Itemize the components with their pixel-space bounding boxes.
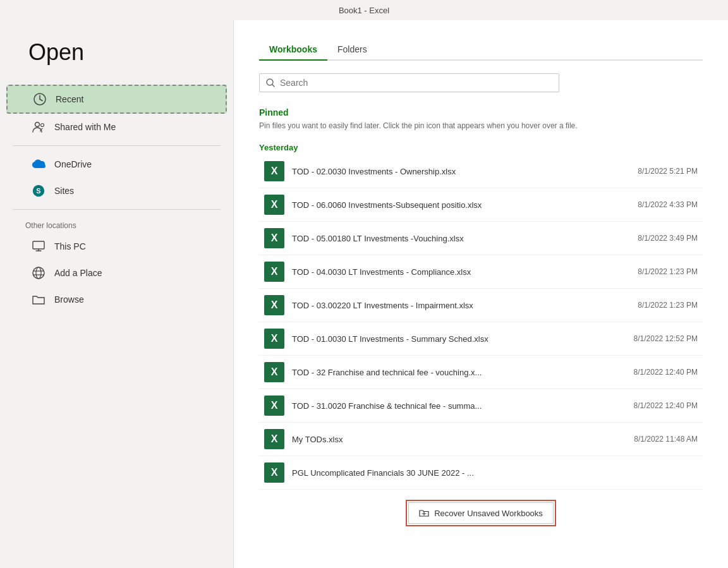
svg-point-11 <box>36 267 41 279</box>
main-content: Workbooks Folders Pinned Pin files you w… <box>234 20 728 568</box>
excel-file-icon-8 <box>264 429 284 449</box>
file-name-6: TOD - 32 Franchise and technical fee - v… <box>292 368 608 377</box>
file-item-2[interactable]: TOD - 05.00180 LT Investments -Vouching.… <box>259 222 703 255</box>
recover-folder-icon <box>419 508 429 518</box>
tabs-container: Workbooks Folders <box>259 39 703 61</box>
file-item-8[interactable]: My TODs.xlsx 8/1/2022 11:48 AM <box>259 423 703 456</box>
sidebar-item-shared[interactable]: Shared with Me <box>6 114 227 140</box>
file-date-2: 8/1/2022 3:49 PM <box>616 234 698 243</box>
excel-file-icon-3 <box>264 262 284 282</box>
sidebar-item-add-place[interactable]: Add a Place <box>6 260 227 286</box>
sidebar-item-this-pc[interactable]: This PC <box>6 233 227 260</box>
excel-file-icon-0 <box>264 161 284 181</box>
file-name-5: TOD - 01.0030 LT Investments - Summary S… <box>292 334 608 344</box>
excel-file-icon-9 <box>264 462 284 483</box>
svg-text:S: S <box>36 187 40 195</box>
date-group-yesterday: Yesterday <box>259 143 703 152</box>
divider-2 <box>13 209 221 210</box>
svg-line-2 <box>40 99 42 101</box>
sharepoint-icon: S <box>32 184 46 198</box>
file-date-7: 8/1/2022 12:40 PM <box>616 401 698 410</box>
svg-rect-7 <box>33 241 44 249</box>
file-name-8: My TODs.xlsx <box>292 435 608 444</box>
excel-file-icon-5 <box>264 329 284 349</box>
sidebar-item-onedrive[interactable]: OneDrive <box>6 151 227 178</box>
divider-1 <box>13 145 221 146</box>
title-bar: Book1 - Excel <box>0 0 728 20</box>
page-title: Open <box>0 33 233 85</box>
file-name-4: TOD - 03.00220 LT Investments - Impairme… <box>292 301 608 310</box>
file-date-1: 8/1/2022 4:33 PM <box>616 200 698 209</box>
folder-icon <box>32 293 46 306</box>
sidebar-item-browse-label: Browse <box>54 294 84 305</box>
recover-button-label: Recover Unsaved Workbooks <box>434 509 543 518</box>
globe-icon <box>32 266 46 280</box>
search-container <box>259 73 559 92</box>
pinned-header: Pinned <box>259 107 703 118</box>
file-date-5: 8/1/2022 12:52 PM <box>616 334 698 343</box>
sidebar-item-this-pc-label: This PC <box>54 241 86 251</box>
excel-file-icon-4 <box>264 295 284 315</box>
file-name-9: PGL Uncomplicated Financials 30 JUNE 202… <box>292 468 608 478</box>
other-locations-label: Other locations <box>0 215 233 233</box>
sidebar-item-recent-label: Recent <box>56 94 83 104</box>
search-input[interactable] <box>280 78 552 88</box>
sidebar: Open Recent Shared w <box>0 20 234 568</box>
search-icon <box>266 78 275 87</box>
recover-container: Recover Unsaved Workbooks <box>259 490 703 530</box>
file-name-0: TOD - 02.0030 Investments - Ownership.xl… <box>292 167 608 176</box>
svg-line-15 <box>272 85 274 87</box>
file-date-3: 8/1/2022 1:23 PM <box>616 267 698 276</box>
file-name-2: TOD - 05.00180 LT Investments -Vouching.… <box>292 234 608 243</box>
file-item-4[interactable]: TOD - 03.00220 LT Investments - Impairme… <box>259 289 703 322</box>
sidebar-item-onedrive-label: OneDrive <box>54 159 92 169</box>
file-item-7[interactable]: TOD - 31.0020 Franchise & technical fee … <box>259 389 703 423</box>
file-name-1: TOD - 06.0060 Investments-Subsequent pos… <box>292 200 608 210</box>
svg-point-10 <box>33 267 44 279</box>
app-container: Open Recent Shared w <box>0 20 728 568</box>
excel-file-icon-7 <box>264 396 284 416</box>
file-item-5[interactable]: TOD - 01.0030 LT Investments - Summary S… <box>259 322 703 356</box>
sidebar-item-sites[interactable]: S Sites <box>6 178 227 204</box>
excel-file-icon-6 <box>264 362 284 382</box>
file-date-0: 8/1/2022 5:21 PM <box>616 167 698 176</box>
file-date-8: 8/1/2022 11:48 AM <box>616 435 698 444</box>
file-item-6[interactable]: TOD - 32 Franchise and technical fee - v… <box>259 356 703 389</box>
file-item-3[interactable]: TOD - 04.0030 LT Investments - Complianc… <box>259 255 703 289</box>
recover-unsaved-button[interactable]: Recover Unsaved Workbooks <box>408 502 554 524</box>
sidebar-item-browse[interactable]: Browse <box>6 286 227 313</box>
sidebar-item-sites-label: Sites <box>54 186 74 196</box>
svg-point-14 <box>267 79 273 85</box>
file-name-3: TOD - 04.0030 LT Investments - Complianc… <box>292 267 608 277</box>
excel-file-icon-2 <box>264 228 284 248</box>
file-list: TOD - 02.0030 Investments - Ownership.xl… <box>259 155 703 490</box>
clock-icon <box>33 92 47 106</box>
sidebar-item-recent[interactable]: Recent <box>6 85 227 114</box>
file-date-4: 8/1/2022 1:23 PM <box>616 301 698 310</box>
file-item-0[interactable]: TOD - 02.0030 Investments - Ownership.xl… <box>259 155 703 188</box>
svg-point-3 <box>35 123 40 127</box>
file-item-9[interactable]: PGL Uncomplicated Financials 30 JUNE 202… <box>259 456 703 490</box>
sidebar-item-shared-label: Shared with Me <box>54 122 116 132</box>
file-date-6: 8/1/2022 12:40 PM <box>616 368 698 377</box>
tab-workbooks[interactable]: Workbooks <box>259 39 327 61</box>
file-name-7: TOD - 31.0020 Franchise & technical fee … <box>292 401 608 411</box>
sidebar-item-add-place-label: Add a Place <box>54 268 102 278</box>
title-text: Book1 - Excel <box>339 6 389 15</box>
svg-point-4 <box>41 124 44 127</box>
computer-icon <box>32 239 46 253</box>
pinned-description: Pin files you want to easily find later.… <box>259 121 703 130</box>
file-item-1[interactable]: TOD - 06.0060 Investments-Subsequent pos… <box>259 188 703 222</box>
excel-file-icon-1 <box>264 195 284 215</box>
cloud-icon <box>32 157 46 171</box>
people-icon <box>32 120 46 134</box>
tab-folders[interactable]: Folders <box>327 39 377 61</box>
